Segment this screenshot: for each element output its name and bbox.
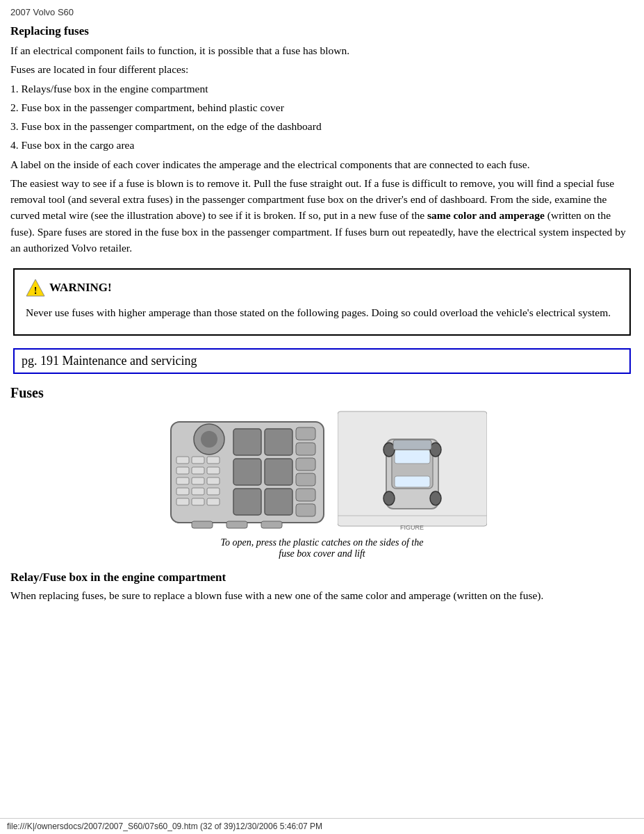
footer-text: file:///K|/ownersdocs/2007/2007_S60/07s6…: [7, 821, 322, 831]
replacing-fuses-para1: If an electrical component fails to func…: [10, 42, 634, 58]
svg-rect-33: [226, 521, 247, 528]
replacing-fuses-section: Replacing fuses If an electrical compone…: [10, 24, 634, 256]
diagram-caption-line2: fuse box cover and lift: [279, 548, 365, 559]
svg-rect-39: [395, 450, 430, 464]
svg-text:FIGURE: FIGURE: [400, 524, 424, 531]
fuses-diagram-images: FIGURE: [157, 408, 487, 533]
fuses-section: Fuses: [10, 385, 634, 559]
replacing-fuses-heading: Replacing fuses: [10, 24, 634, 38]
svg-rect-25: [207, 477, 220, 484]
warning-title: ! WARNING!: [26, 278, 618, 297]
svg-rect-34: [261, 521, 282, 528]
svg-rect-4: [296, 443, 315, 455]
svg-rect-28: [207, 488, 220, 495]
car-overview-diagram-svg: FIGURE: [338, 408, 487, 533]
svg-rect-26: [176, 488, 189, 495]
svg-rect-6: [296, 473, 315, 486]
replacing-fuses-item3: 3. Fuse box in the passenger compartment…: [10, 118, 634, 134]
svg-rect-18: [192, 457, 204, 464]
svg-rect-21: [192, 467, 204, 474]
replacing-fuses-item2: 2. Fuse box in the passenger compartment…: [10, 99, 634, 115]
svg-rect-3: [296, 427, 315, 440]
svg-point-43: [383, 491, 395, 505]
svg-rect-14: [265, 489, 292, 515]
warning-box: ! WARNING! Never use fuses with higher a…: [13, 268, 631, 336]
replacing-fuses-removal-text: The easiest way to see if a fuse is blow…: [10, 175, 634, 256]
svg-rect-32: [192, 521, 213, 528]
diagram-caption: To open, press the plastic catches on th…: [221, 537, 424, 559]
fuses-diagram-area: FIGURE To open, press the plastic catche…: [10, 408, 634, 559]
svg-rect-27: [192, 488, 204, 495]
replacing-fuses-label-text: A label on the inside of each cover indi…: [10, 156, 634, 172]
svg-rect-13: [233, 489, 261, 515]
svg-text:!: !: [34, 286, 38, 296]
relay-fuse-heading: Relay/Fuse box in the engine compartment: [10, 571, 634, 584]
svg-rect-10: [265, 429, 292, 455]
svg-rect-17: [176, 457, 189, 464]
svg-rect-12: [265, 459, 292, 485]
svg-rect-24: [192, 477, 204, 484]
svg-rect-20: [176, 467, 189, 474]
warning-icon: !: [26, 278, 45, 297]
svg-point-44: [430, 491, 441, 505]
svg-rect-40: [395, 476, 430, 487]
warning-text: Never use fuses with higher amperage tha…: [26, 304, 618, 320]
fuses-heading: Fuses: [10, 385, 634, 401]
nav-box-text: pg. 191 Maintenance and servicing: [22, 354, 197, 368]
svg-rect-22: [207, 467, 220, 474]
svg-rect-5: [296, 458, 315, 471]
replacing-fuses-item1: 1. Relays/fuse box in the engine compart…: [10, 81, 634, 97]
svg-rect-9: [233, 429, 261, 455]
svg-rect-8: [296, 504, 315, 516]
svg-rect-31: [207, 498, 220, 505]
diagram-caption-line1: To open, press the plastic catches on th…: [221, 537, 424, 548]
relay-fuse-text: When replacing fuses, be sure to replace…: [10, 587, 634, 603]
footer-bar: file:///K|/ownersdocs/2007/2007_S60/07s6…: [0, 818, 644, 834]
nav-box[interactable]: pg. 191 Maintenance and servicing: [13, 348, 631, 374]
replacing-fuses-para2: Fuses are located in four different plac…: [10, 61, 634, 77]
svg-rect-19: [207, 457, 220, 464]
svg-rect-23: [176, 477, 189, 484]
relay-fuse-section: Relay/Fuse box in the engine compartment…: [10, 571, 634, 603]
svg-rect-7: [296, 489, 315, 501]
fuse-box-diagram-svg: [157, 408, 338, 533]
svg-rect-29: [176, 498, 189, 505]
removal-text-bold: same color and amperage: [427, 209, 545, 221]
page-title: 2007 Volvo S60: [10, 7, 634, 17]
replacing-fuses-item4: 4. Fuse box in the cargo area: [10, 137, 634, 153]
svg-rect-45: [393, 440, 431, 450]
svg-point-16: [201, 431, 217, 448]
svg-rect-30: [192, 498, 204, 505]
svg-rect-11: [233, 459, 261, 485]
